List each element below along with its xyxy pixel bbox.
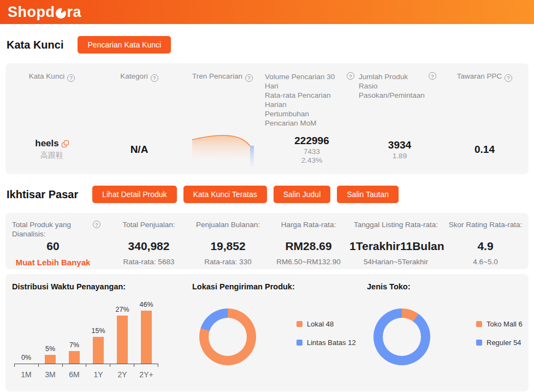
bar-rect: [69, 351, 80, 364]
col-header-category: Kategori?: [98, 63, 180, 124]
pie2-legend: Toko Mall 6 Reguler 54: [476, 320, 523, 347]
bar-value-label: 0%: [21, 354, 31, 361]
shopdora-logo[interactable]: Shopdra: [8, 4, 81, 21]
bar-category-label: 2Y+: [134, 370, 158, 379]
copy-icon[interactable]: [62, 140, 69, 147]
product-count: 3934: [388, 139, 411, 151]
bar-category-label: 1Y: [86, 370, 110, 379]
stat-average-listing-date: Tanggal Listing Rata-rata: 1Terakhir11Bu…: [349, 220, 442, 269]
help-icon[interactable]: ?: [347, 72, 354, 80]
keyword-search-button[interactable]: Pencarian Kata Kunci: [78, 36, 171, 54]
pie1-legend: Lokal 48 Lintas Batas 12: [296, 320, 356, 347]
bar-3M: 5%: [38, 345, 62, 364]
shipping-location-donut-chart: [199, 308, 256, 365]
help-icon[interactable]: ?: [505, 74, 512, 82]
bar-category-label: 6M: [62, 370, 86, 379]
help-icon[interactable]: ?: [245, 74, 253, 82]
stat-total-products: ? Total Produk yang Dianalisis: 60 Muat …: [5, 220, 109, 269]
bar-6M: 7%: [62, 341, 86, 364]
col-header-trend: Tren Pencarian?: [180, 63, 265, 124]
bar-category-label: 1M: [14, 370, 38, 379]
copy-link-button[interactable]: Salin Tautan: [337, 186, 399, 203]
view-product-details-button[interactable]: Lihat Detail Produk: [92, 186, 176, 203]
keyword-table: Kata Kunci? Kategori? Tren Pencarian? Vo…: [5, 63, 529, 174]
legend-swatch: [476, 340, 482, 346]
legend-label: Lokal 48: [307, 320, 334, 328]
bar-1Y: 15%: [86, 327, 110, 364]
bar-value-label: 7%: [69, 341, 79, 349]
legend-swatch: [296, 340, 302, 346]
search-volume-30d: 222996: [294, 135, 329, 147]
legend-item-toko-mall[interactable]: Toko Mall 6: [476, 320, 523, 328]
market-stats-panel: ? Total Produk yang Dianalisis: 60 Muat …: [5, 213, 529, 269]
help-icon[interactable]: ?: [151, 74, 158, 82]
pie1-title: Lokasi Pengiriman Produk:: [186, 282, 360, 291]
market-overview-header: Ikhtisar Pasar Lihat Detail Produk Kata …: [7, 186, 527, 203]
help-icon[interactable]: ?: [67, 74, 75, 82]
stat-average-price: Harga Rata-rata: RM28.69 RM6.50~RM132.90: [268, 220, 349, 269]
legend-label: Lintas Batas 12: [307, 338, 356, 347]
store-type-donut-chart: [373, 308, 430, 365]
cell-trend-sparkline: [180, 124, 265, 174]
legend-item-lintas-batas[interactable]: Lintas Batas 12: [296, 338, 356, 347]
cell-ppc-bid: 0.14: [441, 124, 529, 174]
distribution-charts-panel: Distribusi Waktu Penayangan: 0%5%7%15%27…: [5, 274, 529, 391]
legend-swatch: [476, 321, 482, 327]
legend-item-reguler[interactable]: Reguler 54: [476, 338, 523, 347]
logo-text-prefix: Shopd: [8, 4, 55, 21]
keyword-text: heels: [35, 138, 58, 149]
keyword-translation: 高跟鞋: [40, 151, 63, 161]
col-header-product-count: Jumlah Produk Rasio Pasokan/Pemintaan ?: [359, 63, 441, 124]
bar-rect: [117, 316, 128, 364]
legend-label: Reguler 54: [486, 338, 521, 347]
cell-category: N/A: [98, 124, 180, 174]
listing-time-chart-section: Distribusi Waktu Penayangan: 0%5%7%15%27…: [5, 282, 186, 391]
bar-rect: [93, 337, 104, 364]
bar-rect: [45, 355, 56, 364]
daily-search-avg: 7433: [304, 147, 320, 156]
bar-value-label: 46%: [139, 301, 153, 308]
top-keywords-button[interactable]: Kata Kunci Teratas: [183, 186, 267, 203]
bar-2Y: 27%: [110, 306, 134, 364]
bar-value-label: 27%: [115, 306, 129, 313]
top-app-bar: Shopdra: [0, 0, 534, 24]
stat-monthly-sales: Penjualan Bulanan: 19,852 Rata-rata: 330: [188, 220, 268, 269]
legend-item-lokal[interactable]: Lokal 48: [296, 320, 356, 328]
bar-rect: [141, 311, 152, 364]
listing-time-bar-chart: 0%5%7%15%27%46% 1M3M6M1Y2Y2Y+: [14, 300, 158, 379]
logo-text-suffix: ra: [67, 4, 81, 21]
bar-category-label: 3M: [38, 370, 62, 379]
store-type-chart-section: Jenis Toko: Toko Mall 6 Reguler 54: [360, 282, 529, 391]
help-icon[interactable]: ?: [93, 221, 100, 228]
bar-2Y+: 46%: [134, 301, 158, 364]
market-overview-title: Ikhtisar Pasar: [7, 188, 78, 201]
cell-search-volume: 222996 7433 2.43%: [265, 124, 359, 174]
stat-total-sales: Total Penjualan: 340,982 Rata-rata: 5683: [109, 220, 188, 269]
bar-1M: 0%: [14, 354, 38, 364]
copy-title-button[interactable]: Salin Judul: [274, 186, 331, 203]
col-header-keyword: Kata Kunci?: [5, 63, 98, 124]
mom-growth: 2.43%: [301, 156, 322, 164]
bar-value-label: 5%: [45, 345, 55, 353]
bar-category-label: 2Y: [110, 370, 134, 379]
logo-pie-icon: [56, 8, 66, 19]
x-axis: [14, 364, 158, 367]
col-header-ppc-bid: Tawaran PPC?: [441, 63, 529, 124]
stat-average-rating: Skor Rating Rata-rata: 4.9 4.6~5.0: [442, 220, 529, 269]
pie2-title: Jenis Toko:: [360, 282, 529, 291]
cell-product-count: 3934 1.89: [359, 124, 441, 174]
trend-sparkline-chart: [191, 133, 254, 167]
keyword-section-header: Kata Kunci Pencarian Kata Kunci: [7, 36, 527, 54]
legend-swatch: [296, 321, 302, 327]
keyword-section-title: Kata Kunci: [7, 39, 63, 51]
cell-keyword: heels 高跟鞋: [5, 124, 98, 174]
shipping-location-chart-section: Lokasi Pengiriman Produk: Lokal 48 Linta…: [186, 282, 360, 391]
bar-chart-title: Distribusi Waktu Penayangan:: [5, 282, 186, 291]
help-icon[interactable]: ?: [429, 72, 436, 80]
load-more-link[interactable]: Muat Lebih Banyak: [12, 258, 94, 267]
col-header-search-volume: Volume Pencarian 30 Hari Rata-rata Penca…: [265, 63, 359, 124]
supply-demand-ratio: 1.89: [393, 152, 407, 160]
legend-label: Toko Mall 6: [486, 320, 523, 328]
bar-value-label: 15%: [91, 327, 105, 335]
